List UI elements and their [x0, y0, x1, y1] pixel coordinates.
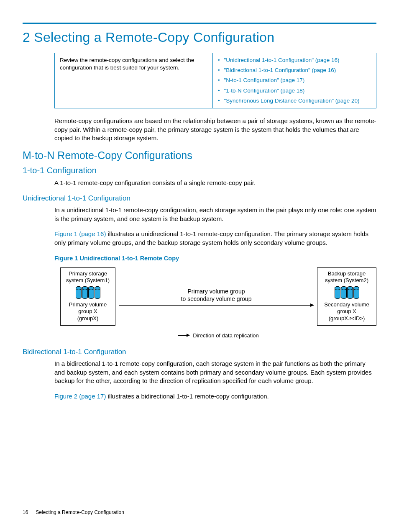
bullet-icon: • — [218, 97, 220, 105]
arrow-right-icon — [178, 335, 189, 336]
subsection-1to1: 1-to-1 Configuration — [23, 166, 376, 175]
primary-storage-box: Primary storage system (System1) Primary… — [60, 267, 115, 326]
backup-storage-box: Backup storage system (System2) Secondar… — [317, 267, 376, 326]
subsub-bidirectional: Bidirectional 1-to-1 Configuration — [23, 348, 376, 356]
toc-link[interactable]: "N-to-1 Configuration" (page 17) — [224, 77, 305, 84]
page-number: 16 — [23, 509, 28, 515]
figure-2-link[interactable]: Figure 2 (page 17) — [54, 393, 106, 400]
section-mton: M-to-N Remote-Copy Configurations — [23, 149, 376, 162]
figure-1-link[interactable]: Figure 1 (page 16) — [54, 230, 106, 237]
para-uni-2: Figure 1 (page 16) illustrates a unidire… — [54, 230, 376, 247]
cylinder-icon — [322, 286, 372, 299]
footer-title: Selecting a Remote-Copy Configuration — [36, 509, 124, 515]
primary-volume-label: Primary volume group X (groupX) — [65, 301, 111, 322]
bullet-icon: • — [218, 67, 220, 74]
para-uni-1: In a unidirectional 1-to-1 remote-copy c… — [54, 206, 376, 223]
backup-storage-label: Backup storage system (System2) — [322, 270, 372, 284]
figure-1-caption: Figure 1 Unidirectional 1-to-1 Remote Co… — [54, 255, 376, 262]
figure-1: Primary storage system (System1) Primary… — [60, 267, 376, 339]
toc-link[interactable]: "Unidirectional 1-to-1 Configuration" (p… — [224, 57, 340, 64]
secondary-volume-label: Secondary volume group X (groupX.r<ID>) — [322, 301, 372, 322]
bullet-icon: • — [218, 87, 220, 95]
arrow-right-icon — [119, 305, 314, 306]
info-box-intro: Review the remote-copy configurations an… — [55, 53, 213, 108]
toc-link[interactable]: "1-to-N Configuration" (page 18) — [224, 87, 305, 95]
para-bi-1: In a bidirectional 1-to-1 remote-copy co… — [54, 360, 376, 386]
arrow-label: Primary volume group to secondary volume… — [119, 288, 314, 303]
toc-link[interactable]: "Synchronous Long Distance Configuration… — [224, 97, 360, 105]
info-box: Review the remote-copy configurations an… — [54, 53, 376, 108]
top-rule — [23, 23, 376, 24]
legend-text: Direction of data replication — [193, 332, 259, 339]
cylinder-icon — [65, 286, 111, 299]
figure-legend: Direction of data replication — [60, 332, 376, 339]
para-bi-2-rest: illustrates a bidirectional 1-to-1 remot… — [106, 393, 269, 400]
page-footer: 16 Selecting a Remote-Copy Configuration — [23, 509, 124, 515]
arrow-area: Primary volume group to secondary volume… — [115, 288, 317, 306]
chapter-title: 2 Selecting a Remote-Copy Configuration — [23, 30, 376, 45]
bullet-icon: • — [218, 77, 220, 84]
info-box-links: •"Unidirectional 1-to-1 Configuration" (… — [213, 53, 376, 108]
subsub-unidirectional: Unidirectional 1-to-1 Configuration — [23, 194, 376, 203]
intro-paragraph: Remote-copy configurations are based on … — [54, 117, 376, 143]
para-bi-2: Figure 2 (page 17) illustrates a bidirec… — [54, 392, 376, 401]
toc-link[interactable]: "Bidirectional 1-to-1 Configuration" (pa… — [224, 67, 336, 74]
bullet-icon: • — [218, 57, 220, 64]
para-1to1: A 1-to-1 remote-copy configuration consi… — [54, 179, 376, 188]
primary-storage-label: Primary storage system (System1) — [65, 270, 111, 284]
